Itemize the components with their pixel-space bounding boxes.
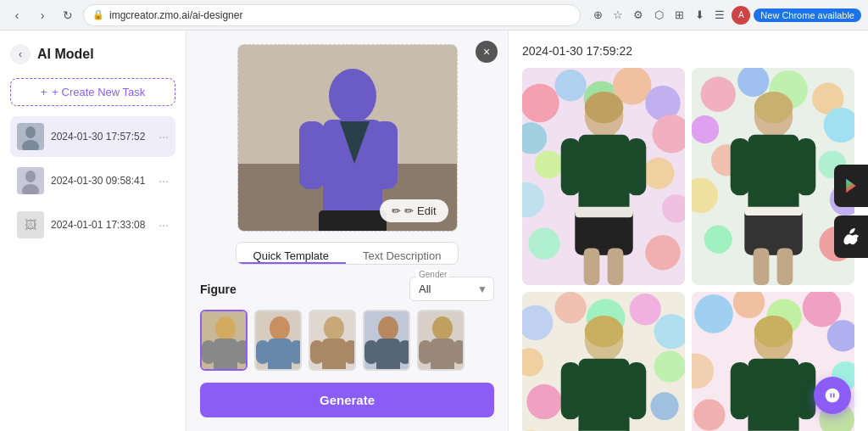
- lock-icon: 🔒: [92, 9, 104, 20]
- svg-point-127: [754, 316, 793, 347]
- gender-label: Gender: [416, 270, 449, 279]
- tab-text-description[interactable]: Text Description: [346, 243, 458, 264]
- create-task-button[interactable]: + + Create New Task: [10, 78, 175, 106]
- figure-label: Figure: [200, 283, 236, 296]
- edit-button[interactable]: ✏ ✏ Edit: [380, 199, 448, 222]
- svg-rect-100: [578, 359, 629, 431]
- task-menu-3[interactable]: ···: [159, 218, 169, 232]
- svg-point-54: [528, 228, 559, 260]
- task-menu-1[interactable]: ···: [159, 130, 169, 143]
- task-item-1[interactable]: 2024-01-30 17:57:52 ···: [10, 116, 175, 157]
- figure-header: Figure Gender All Female Male ▼: [200, 277, 494, 301]
- svg-point-91: [630, 294, 661, 325]
- figure-thumb-1[interactable]: [200, 310, 248, 371]
- svg-point-1: [25, 126, 36, 138]
- svg-point-38: [432, 316, 453, 340]
- svg-point-9: [329, 69, 376, 123]
- svg-rect-61: [575, 207, 632, 217]
- download-icon[interactable]: ⬇: [691, 7, 708, 24]
- svg-point-23: [270, 316, 290, 340]
- user-avatar[interactable]: A: [732, 6, 750, 25]
- wallet-icon[interactable]: ⬡: [650, 7, 667, 24]
- address-bar[interactable]: 🔒 imgcreator.zmo.ai/ai-designer: [83, 4, 581, 26]
- apple-store-button[interactable]: [834, 216, 868, 258]
- svg-rect-79: [748, 135, 798, 214]
- svg-point-76: [704, 226, 732, 254]
- svg-rect-122: [796, 362, 815, 419]
- gender-select-wrapper: Gender All Female Male ▼: [409, 277, 494, 301]
- svg-rect-12: [372, 121, 398, 189]
- figure-thumb-5[interactable]: [417, 310, 465, 371]
- reload-button[interactable]: ↻: [58, 5, 78, 25]
- generate-button[interactable]: Generate: [200, 383, 494, 417]
- forward-button[interactable]: ›: [32, 5, 53, 25]
- svg-rect-24: [268, 339, 292, 371]
- task-menu-2[interactable]: ···: [159, 174, 169, 188]
- tab-search-icon[interactable]: ☰: [711, 7, 728, 24]
- close-button[interactable]: ×: [476, 41, 498, 63]
- svg-point-96: [650, 392, 678, 420]
- svg-point-28: [324, 316, 344, 340]
- profile-icon[interactable]: ⊕: [589, 7, 606, 24]
- image-preview: ✏ ✏ Edit: [237, 44, 458, 232]
- result-image-2[interactable]: [692, 68, 854, 285]
- svg-rect-81: [796, 138, 815, 195]
- svg-rect-62: [584, 248, 600, 285]
- bookmark-icon[interactable]: ☆: [609, 7, 626, 24]
- svg-rect-40: [419, 340, 432, 364]
- svg-rect-30: [310, 340, 324, 364]
- apps-icon[interactable]: ⊞: [670, 7, 687, 24]
- svg-point-106: [585, 316, 624, 347]
- svg-rect-57: [578, 135, 629, 214]
- create-task-label: + Create New Task: [52, 86, 145, 98]
- plus-icon: +: [41, 86, 47, 98]
- task-thumb-1: [17, 123, 44, 150]
- results-panel[interactable]: 2024-01-30 17:59:22: [509, 31, 868, 431]
- google-play-button[interactable]: [834, 165, 868, 207]
- chat-fab-button[interactable]: [814, 377, 851, 414]
- svg-point-86: [754, 92, 793, 123]
- svg-point-33: [378, 316, 398, 340]
- results-timestamp: 2024-01-30 17:59:22: [522, 44, 854, 58]
- svg-rect-58: [561, 138, 581, 195]
- svg-rect-120: [748, 359, 798, 431]
- figure-thumbs: [200, 310, 494, 371]
- task-item-3[interactable]: 🖼 2024-01-01 17:33:08 ···: [10, 204, 175, 245]
- url-text: imgcreator.zmo.ai/ai-designer: [109, 9, 242, 21]
- svg-point-115: [693, 399, 725, 430]
- svg-rect-34: [376, 339, 400, 371]
- gender-select[interactable]: All Female Male: [409, 277, 494, 301]
- svg-rect-59: [626, 138, 646, 195]
- svg-rect-83: [744, 207, 802, 216]
- new-chrome-badge: New Chrome available: [754, 8, 861, 22]
- svg-rect-39: [431, 339, 454, 371]
- svg-point-108: [694, 294, 733, 333]
- svg-rect-31: [344, 340, 356, 364]
- svg-rect-80: [731, 138, 750, 195]
- svg-rect-25: [256, 340, 270, 364]
- edit-pen-icon: ✏: [392, 204, 401, 217]
- sidebar-back-button[interactable]: ‹: [10, 44, 31, 64]
- figure-thumb-4[interactable]: [363, 310, 410, 371]
- result-image-1[interactable]: [522, 68, 685, 285]
- svg-point-43: [522, 84, 559, 123]
- extensions-icon[interactable]: ⚙: [630, 7, 647, 24]
- tab-quick-template[interactable]: Quick Template: [236, 243, 346, 264]
- result-image-3[interactable]: [522, 292, 685, 431]
- svg-point-18: [215, 316, 236, 340]
- figure-thumb-2[interactable]: [254, 310, 302, 371]
- back-button[interactable]: ‹: [7, 5, 27, 25]
- svg-rect-85: [777, 248, 793, 285]
- figure-thumb-3[interactable]: [309, 310, 356, 371]
- svg-rect-41: [453, 340, 465, 364]
- edit-label: ✏ Edit: [404, 204, 436, 217]
- svg-marker-128: [846, 179, 856, 193]
- figure-section: Figure Gender All Female Male ▼: [200, 277, 494, 371]
- svg-rect-84: [754, 248, 770, 285]
- svg-point-64: [585, 92, 624, 123]
- tab-text-label: Text Description: [363, 249, 441, 262]
- svg-point-51: [643, 158, 674, 189]
- svg-point-55: [645, 235, 680, 270]
- task-item-2[interactable]: 2024-01-30 09:58:41 ···: [10, 160, 175, 201]
- svg-rect-26: [290, 340, 302, 364]
